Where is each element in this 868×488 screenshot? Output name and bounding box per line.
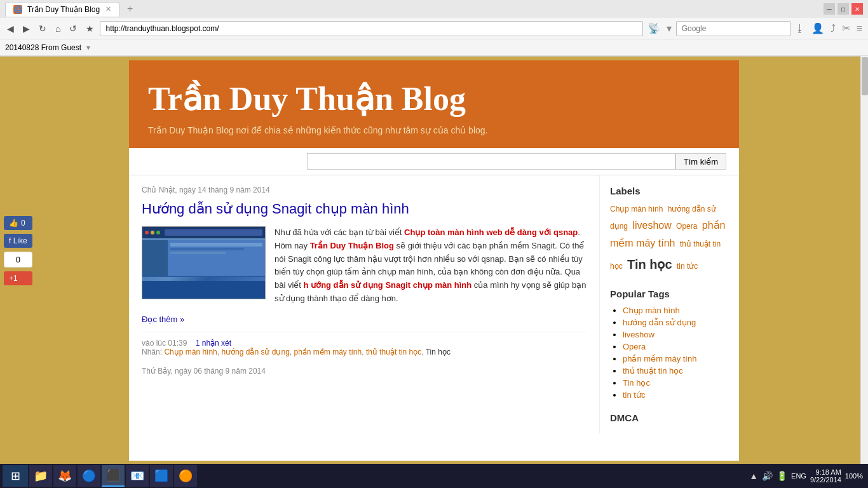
blog-search-input[interactable]	[307, 153, 675, 170]
post-image-content	[142, 227, 265, 299]
post-labels: Chụp màn hình, hướng dẫn sử dụng, phần m…	[164, 348, 451, 356]
blog-body: Chủ Nhật, ngày 14 tháng 9 năm 2014 Hướng…	[129, 175, 739, 433]
title-bar: 🌀 Trần Duy Thuận Blog ✕ + ─ □ ✕	[0, 0, 868, 18]
post-body: Như đã hứa với các bạn từ bài viết Chụp …	[142, 226, 587, 306]
reload-button[interactable]: ↻	[36, 22, 50, 35]
blog-container: Trần Duy Thuận Blog Trần Duy Thuận Blog …	[129, 60, 739, 461]
post-image	[142, 226, 266, 299]
main-content: Chủ Nhật, ngày 14 tháng 9 năm 2014 Hướng…	[129, 175, 599, 433]
taskbar: ⊞ 📁 🦊 🔵 ⬛ 📧 🟦 🟠 ▲ 🔊 🔋 ENG 9:18 AM 9/22/2…	[0, 464, 868, 464]
forward-button[interactable]: ▶	[20, 22, 33, 35]
label-chup-man-hinh[interactable]: Chụp màn hình	[164, 348, 217, 356]
minimize-button[interactable]: ─	[824, 3, 835, 15]
comments-link[interactable]: 1 nhận xét	[196, 339, 231, 348]
history-button[interactable]: ↺	[66, 22, 80, 35]
label-link-chup[interactable]: Chụp màn hình	[610, 205, 663, 214]
share-count-box: 0	[4, 252, 32, 268]
window-controls: ─ □ ✕	[824, 3, 863, 15]
nav-icons: ⭳ 👤 ⤴ ✂ ≡	[793, 22, 864, 34]
label-tin-hoc[interactable]: Tin học	[426, 348, 451, 356]
ptag-opera[interactable]: Opera	[623, 342, 646, 351]
facebook-icon: f	[9, 236, 11, 245]
popular-tag-item: hướng dẫn sử dụng	[623, 318, 729, 327]
label-link-liveshow[interactable]: liveshow	[632, 220, 671, 231]
label-link-opera[interactable]: Opera	[676, 222, 697, 231]
browser-chrome: 🌀 Trần Duy Thuận Blog ✕ + ─ □ ✕ ◀ ▶ ↻ ⌂ …	[0, 0, 868, 57]
like-button[interactable]: 👍 0	[4, 216, 32, 230]
close-button[interactable]: ✕	[851, 3, 863, 15]
label-link-tinhoc[interactable]: Tin học	[627, 257, 672, 271]
popular-tag-item: liveshow	[623, 330, 729, 339]
bookmarks-bar: 20140828 From Guest ▾	[0, 39, 868, 56]
new-tab-button[interactable]: +	[122, 3, 138, 15]
post-link-1[interactable]: Chụp toàn màn hình web dễ dàng với qsnap	[404, 227, 578, 237]
ptag-tinhoc[interactable]: Tin học	[623, 378, 650, 388]
next-post-date: Thứ Bảy, ngày 06 tháng 9 năm 2014	[142, 367, 587, 376]
post-link-3[interactable]: h ướng dẫn sử dụng Snagit chụp màn hình	[304, 280, 472, 290]
search-bar-area: Tìm kiếm	[129, 148, 739, 175]
page-wrapper: Trần Duy Thuận Blog Trần Duy Thuận Blog …	[0, 57, 868, 464]
label-phan-mem[interactable]: phần mềm máy tính	[294, 348, 362, 356]
dmca-title: DMCA	[610, 412, 729, 423]
facebook-like-button[interactable]: f Like	[4, 234, 32, 248]
post-link-2[interactable]: Trần Duy Thuận Blog	[310, 241, 394, 250]
post-time: vào lúc 01:39	[142, 339, 187, 348]
rss-dropdown-icon[interactable]: ▾	[665, 22, 674, 34]
post-body-text-1: Như đã hứa với các bạn từ bài viết	[275, 227, 404, 237]
post-date: Chủ Nhật, ngày 14 tháng 9 năm 2014	[142, 186, 587, 194]
tab-favicon: 🌀	[13, 5, 22, 14]
rss-icon[interactable]: 📡	[646, 22, 662, 34]
read-more-link[interactable]: Đọc thêm »	[142, 315, 184, 324]
share-count: 0	[16, 255, 20, 264]
address-bar[interactable]	[100, 21, 642, 36]
labels-prefix: Nhãn:	[142, 348, 162, 356]
labels-cloud: Chụp màn hình hướng dẫn sử dụng liveshow…	[610, 203, 729, 276]
ptag-thuthuat[interactable]: thủ thuật tin học	[623, 366, 683, 376]
ptag-huongdan[interactable]: hướng dẫn sử dụng	[623, 318, 696, 327]
sidebar: Labels Chụp màn hình hướng dẫn sử dụng l…	[599, 175, 739, 433]
label-huong-dan[interactable]: hướng dẫn sử dụng	[221, 348, 289, 356]
browser-tab[interactable]: 🌀 Trần Duy Thuận Blog ✕	[5, 2, 119, 17]
bookmark-item[interactable]: 20140828 From Guest	[5, 43, 81, 52]
popular-tags: Chụp màn hình hướng dẫn sử dụng liveshow…	[610, 306, 729, 400]
social-sidebar: 👍 0 f Like 0 +1	[4, 216, 32, 285]
thumbs-up-icon: 👍	[9, 219, 18, 227]
scrollbar-thumb[interactable]	[862, 57, 868, 95]
blog-subtitle: Trần Duy Thuận Blog nơi để chia sẻ những…	[148, 125, 720, 135]
post-text: Như đã hứa với các bạn từ bài viết Chụp …	[275, 226, 587, 306]
label-thu-thuat[interactable]: thủ thuật tin học	[366, 348, 421, 356]
browser-search-input[interactable]	[676, 21, 790, 36]
home-button[interactable]: ⌂	[52, 22, 64, 35]
bookmark-button[interactable]: ★	[83, 22, 97, 35]
label-link-tintuc[interactable]: tin tức	[677, 262, 698, 271]
popular-tags-title: Popular Tags	[610, 288, 729, 299]
blog-header: Trần Duy Thuận Blog Trần Duy Thuận Blog …	[129, 60, 739, 148]
post-footer: vào lúc 01:39 1 nhận xét Nhãn: Chụp màn …	[142, 332, 587, 356]
popular-tag-item: Tin học	[623, 378, 729, 388]
tools-icon[interactable]: ✂	[840, 22, 852, 34]
tab-close-button[interactable]: ✕	[105, 5, 111, 13]
ptag-liveshow[interactable]: liveshow	[623, 330, 654, 339]
blog-title: Trần Duy Thuận Blog	[148, 79, 720, 118]
back-button[interactable]: ◀	[4, 22, 17, 35]
download-icon[interactable]: ⭳	[793, 23, 807, 34]
ptag-phanmem[interactable]: phần mềm máy tính	[623, 354, 696, 363]
share-icon[interactable]: ⤴	[829, 23, 837, 34]
tab-title: Trần Duy Thuận Blog	[27, 5, 100, 14]
scrollbar[interactable]	[860, 56, 868, 464]
gplus-button[interactable]: +1	[4, 271, 32, 285]
maximize-button[interactable]: □	[837, 3, 849, 15]
post-title[interactable]: Hướng dẫn sử dụng Snagit chụp màn hình	[142, 201, 587, 217]
ptag-chup[interactable]: Chụp màn hình	[623, 306, 680, 315]
gplus-label: +1	[9, 274, 18, 283]
search-button[interactable]: Tìm kiếm	[675, 153, 726, 170]
fb-like-label: Like	[13, 236, 27, 245]
bookmark-dropdown-icon[interactable]: ▾	[86, 43, 90, 52]
popular-tag-item: thủ thuật tin học	[623, 366, 729, 376]
settings-icon[interactable]: ≡	[855, 23, 864, 34]
labels-section-title: Labels	[610, 186, 729, 196]
popular-tag-item: tin tức	[623, 390, 729, 400]
ptag-tintuc[interactable]: tin tức	[623, 390, 645, 400]
user-icon[interactable]: 👤	[810, 22, 826, 34]
popular-tag-item: Chụp màn hình	[623, 306, 729, 315]
